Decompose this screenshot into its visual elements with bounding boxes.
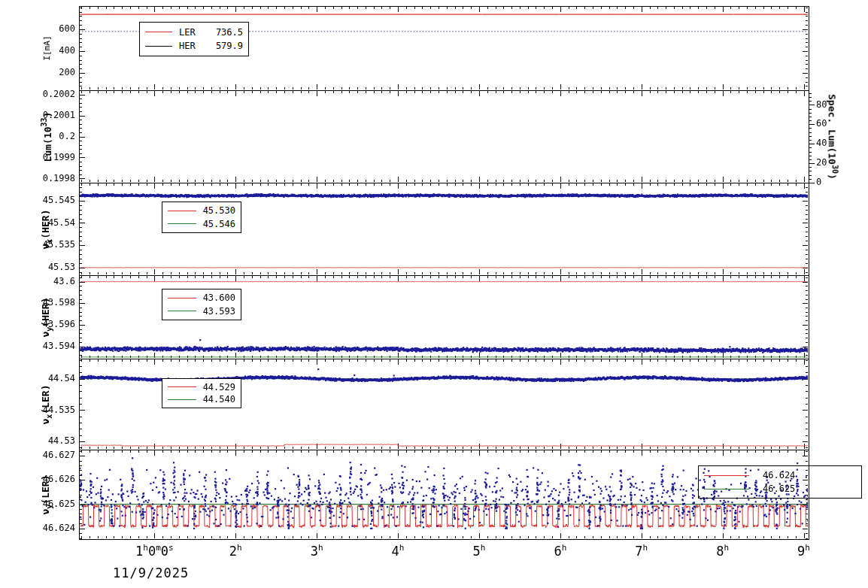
- tune-history-chart: I[mA]Lum(1033)Spec. Lum(1030)νx(HER)νy(H…: [0, 0, 868, 588]
- x-tick-label-2h: 2h: [229, 543, 242, 559]
- legend-value: 45.546: [203, 220, 235, 229]
- legend-nu-y-ler: 46.62446.625: [698, 465, 862, 499]
- legend-nu-y-her: 43.60043.593: [162, 289, 241, 320]
- x-tick-label-5h: 5h: [472, 543, 485, 559]
- legend-beam-current: LER736.5HER579.9: [139, 22, 249, 56]
- legend-nu-x-ler: 44.52944.540: [162, 378, 241, 408]
- y-axis-title-luminosity: Lum(1033): [40, 111, 53, 162]
- x-tick-label-9h: 9h: [797, 543, 810, 559]
- legend-value: 43.593: [203, 307, 235, 316]
- legend-entry: 43.593: [162, 307, 241, 316]
- legend-line-swatch: [168, 223, 196, 224]
- legend-entry: LER736.5: [140, 28, 248, 37]
- y-axis-title-nu-x-ler: νx(LER): [40, 384, 53, 424]
- x-tick-label-3h: 3h: [311, 543, 323, 559]
- x-tick-label-6h: 6h: [554, 543, 566, 559]
- legend-entry: 43.600: [162, 293, 241, 302]
- legend-line-swatch: [168, 298, 196, 299]
- x-tick-label-7h: 7h: [635, 543, 648, 559]
- plot-canvas: [0, 0, 868, 588]
- y-axis-title-nu-y-her: νy(HER): [40, 297, 53, 337]
- legend-entry: HER579.9: [140, 41, 248, 50]
- legend-line-swatch: [168, 211, 196, 211]
- x-tick-label-4h: 4h: [392, 543, 405, 559]
- x-tick-label-1h: 1h0m0s: [135, 543, 174, 559]
- x-tick-label-8h: 8h: [716, 543, 729, 559]
- legend-line-swatch: [704, 489, 749, 489]
- legend-value: 45.530: [203, 206, 235, 215]
- y-axis-title-nu-x-her: νx(HER): [40, 209, 53, 249]
- legend-entry: 44.529: [162, 383, 241, 392]
- legend-entry: 46.625: [699, 484, 861, 493]
- legend-series-name: LER: [179, 28, 196, 37]
- legend-series-name: HER: [179, 41, 196, 50]
- legend-value: 44.529: [203, 383, 235, 392]
- legend-line-swatch: [168, 399, 196, 400]
- y-axis-title-beam-current: I[mA]: [42, 35, 52, 60]
- legend-entry: 45.530: [162, 206, 241, 215]
- legend-value: 44.540: [203, 395, 235, 404]
- legend-entry: 44.540: [162, 395, 241, 404]
- legend-value: 579.9: [216, 41, 243, 50]
- date-label: 11/9/2025: [113, 565, 189, 580]
- legend-entry: 46.624: [699, 471, 861, 480]
- y-axis-title-nu-y-ler: νy(LER): [40, 474, 53, 514]
- legend-entry: 45.546: [162, 220, 241, 229]
- right-axis-title: Spec. Lum(1030): [826, 94, 839, 180]
- legend-value: 43.600: [203, 293, 235, 302]
- legend-line-swatch: [704, 475, 749, 476]
- legend-line-swatch: [168, 386, 196, 387]
- legend-value: 46.625: [763, 484, 795, 493]
- legend-nu-x-her: 45.53045.546: [162, 202, 241, 233]
- legend-line-swatch: [145, 32, 172, 32]
- legend-line-swatch: [168, 311, 196, 311]
- legend-value: 736.5: [216, 28, 243, 37]
- legend-line-swatch: [145, 46, 172, 47]
- legend-value: 46.624: [763, 471, 795, 480]
